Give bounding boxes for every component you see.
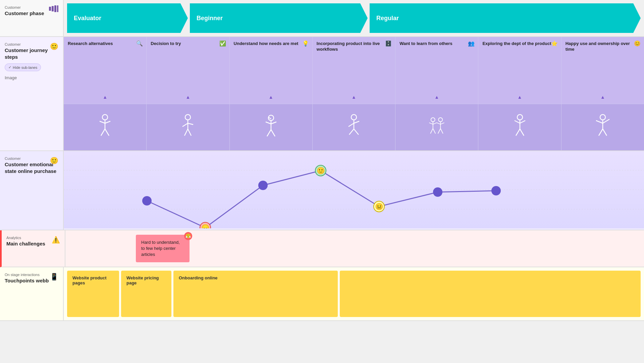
analytics-row: Analytics Main challenges ⚠️ Hard to und… [0, 230, 644, 267]
touchpoint-product-pages-label: Website product pages [72, 275, 114, 285]
phase-content: Evaluator Beginner Regular [64, 0, 644, 36]
step-decision-icon: ✅ [219, 40, 226, 47]
svg-rect-0 [49, 7, 51, 11]
emotion-content: 😞 🙂 😐 [64, 151, 644, 230]
svg-line-38 [441, 123, 444, 125]
svg-point-4 [102, 115, 108, 120]
svg-line-21 [271, 130, 275, 136]
touchpoint-pricing-page: Website pricing page [121, 271, 171, 317]
analytics-alert-icon: ⚠️ [52, 236, 60, 244]
step-decision-title: Decision to try [151, 41, 225, 47]
step-incorporate-icon: 🗄️ [385, 40, 392, 47]
step-exploring-icon: ⭐ [551, 40, 558, 47]
step-research-title: Research alternatives [68, 41, 142, 47]
step-learn-icon: 👥 [468, 40, 475, 47]
step-happy-icon: 😊 [634, 40, 641, 47]
phase-label: Customer Customer phase [0, 0, 64, 36]
emotion-section-icon: 🙂 [50, 156, 58, 165]
journey-image-4 [313, 104, 395, 150]
step-research-arrow [68, 94, 142, 100]
journey-image-1 [64, 104, 147, 150]
svg-line-15 [188, 129, 191, 136]
emotion-chart-svg: 😞 🙂 😐 [64, 151, 644, 228]
journey-image-2 [147, 104, 229, 150]
svg-line-37 [437, 123, 440, 125]
journey-row: Customer Customer journey steps 🙂 ✓ Hide… [0, 37, 644, 151]
touchpoints-row: On stage interactions Touchpoints webb 📱… [0, 267, 644, 321]
phase-section-icon [49, 5, 58, 14]
journey-image-3 [230, 104, 313, 150]
svg-line-9 [105, 129, 109, 136]
phase-beginner: Beginner [190, 3, 368, 33]
journey-step-decision: Decision to try ✅ [147, 37, 229, 104]
svg-line-27 [349, 129, 354, 135]
journey-step-exploring: Exploring the dept of the product ⭐ [478, 37, 561, 104]
step-incorporate-title: Incorporating product into live workflow… [317, 41, 391, 52]
journey-image-7 [561, 104, 644, 150]
svg-line-14 [184, 129, 188, 136]
svg-point-23 [351, 115, 357, 120]
hide-sublanes-button[interactable]: ✓ Hide sub-lanes [5, 63, 41, 71]
step-exploring-arrow [482, 94, 557, 100]
phase-beginner-label: Beginner [197, 15, 223, 22]
journey-step-happy: Happy use and ownership over time 😊 [561, 37, 644, 104]
svg-line-28 [354, 129, 359, 135]
svg-point-65 [433, 187, 442, 197]
svg-line-51 [599, 129, 603, 136]
touchpoint-onboarding-label: Onboarding online [179, 275, 218, 280]
svg-rect-3 [57, 5, 58, 12]
svg-line-13 [188, 123, 193, 125]
step-understand-title: Understand how needs are met [234, 41, 308, 47]
svg-text:🙂: 🙂 [317, 167, 325, 175]
emotion-row: Customer Customer emotional state online… [0, 151, 644, 230]
svg-line-44 [520, 121, 525, 123]
journey-image-6 [478, 104, 561, 150]
touchpoint-onboarding: Onboarding online [173, 271, 338, 317]
svg-point-57 [142, 196, 152, 206]
image-label: Image [5, 75, 58, 80]
main-container: Customer Customer phase Evaluator Beginn… [0, 0, 644, 363]
svg-line-7 [105, 121, 110, 123]
svg-line-49 [596, 121, 603, 123]
svg-point-66 [491, 186, 501, 195]
step-happy-title: Happy use and ownership over time [566, 41, 640, 52]
step-happy-arrow [566, 94, 640, 100]
svg-point-47 [600, 115, 605, 120]
challenge-emoji: 😤 [185, 233, 191, 239]
challenge-text: Hard to understand, to few help center a… [141, 240, 180, 257]
journey-images-row [64, 104, 644, 150]
phase-row: Customer Customer phase Evaluator Beginn… [0, 0, 644, 37]
svg-line-45 [516, 129, 520, 136]
step-research-icon: 🔍 [136, 40, 143, 47]
step-incorporate-arrow [317, 94, 391, 100]
svg-point-60 [258, 181, 268, 190]
svg-line-19 [271, 122, 276, 124]
phase-regular: Regular [370, 3, 641, 33]
svg-line-34 [433, 129, 436, 134]
svg-rect-2 [54, 5, 56, 12]
analytics-content: Hard to understand, to few help center a… [65, 230, 644, 267]
svg-line-20 [267, 130, 271, 136]
svg-line-25 [348, 123, 354, 127]
svg-line-6 [100, 121, 105, 123]
step-decision-arrow [151, 94, 225, 100]
step-exploring-title: Exploring the dept of the product [482, 41, 557, 47]
svg-point-10 [185, 115, 191, 120]
touchpoints-content: Website product pages Website pricing pa… [64, 267, 644, 320]
journey-image-5 [395, 104, 478, 150]
svg-line-8 [101, 129, 105, 136]
svg-point-29 [431, 118, 435, 122]
emotion-label: Customer Customer emotional state online… [0, 151, 64, 230]
svg-text:😐: 😐 [375, 202, 383, 211]
svg-line-26 [354, 121, 359, 123]
step-understand-arrow [234, 94, 308, 100]
checkmark-icon: ✓ [8, 65, 11, 70]
journey-step-incorporate: Incorporating product into live workflow… [313, 37, 395, 104]
phase-evaluator-label: Evaluator [74, 15, 101, 22]
challenge-icon: 😤 [184, 232, 192, 240]
journey-step-learn: Want to learn from others 👥 [395, 37, 478, 104]
svg-point-41 [517, 115, 523, 120]
svg-line-43 [515, 121, 520, 123]
svg-line-12 [182, 123, 188, 127]
journey-step-research: Research alternatives 🔍 [64, 37, 147, 104]
